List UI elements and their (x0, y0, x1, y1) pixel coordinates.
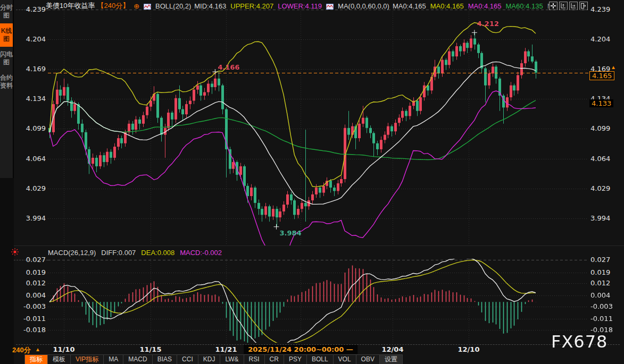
x-axis-date-label: 11/21 (215, 345, 237, 353)
price-axis-label-left: 4.099 (16, 124, 46, 132)
price-annotation: 4.212 (477, 20, 499, 28)
price-axis-label-right: 4.064 (590, 155, 620, 163)
price-axis-label-right: 4.099 (590, 124, 620, 132)
macd-axis-label-left: -0.003 (16, 302, 46, 310)
sidebar: 分时图 K线图 闪电图 合约资料 (0, 0, 14, 364)
toolbar-item-CR[interactable]: CR (265, 355, 284, 364)
macd-axis-label-left: 0.027 (16, 256, 46, 264)
panel-divider (14, 246, 624, 246)
macd-axis-label-right: 0.027 (590, 256, 620, 264)
macd-dea-value: DEA:0.008 (141, 249, 174, 257)
toolbar-item-MACD[interactable]: MACD (123, 355, 152, 364)
macd-axis-label-right: -0.018 (590, 326, 620, 334)
toolbar-item-CCI[interactable]: CCI (177, 355, 198, 364)
macd-header: MACD(26,12,9) DIFF:0.007 DEA:0.008 MACD:… (14, 247, 624, 258)
sidebar-item-kline-chart[interactable]: K线图 (0, 23, 13, 47)
macd-axis-label-right: 0.012 (590, 279, 620, 287)
price-axis-label-right: 4.204 (590, 35, 620, 43)
toolbar-item-MA[interactable]: MA (104, 355, 123, 364)
current-price-tag: 4.165 (589, 71, 614, 80)
price-axis-label-right: 3.994 (590, 214, 620, 222)
macd-axis-label-right: 0.019 (590, 268, 620, 276)
price-axis-label-left: 4.134 (16, 95, 46, 103)
fx678-watermark: FX678 (551, 332, 608, 352)
indicator-toolbar: 指标模板VIP指标MAMACDBIASCCIKDJLW&RSICRPSYBOLL… (24, 354, 403, 364)
x-axis-date-label: 11/10 (53, 345, 75, 353)
price-axis-label-left: 3.994 (16, 214, 46, 222)
x-axis: 240分 ▲ 11/1011/1511/212025/11/24 20:00~0… (0, 345, 624, 354)
macd-axis-label-left: -0.018 (16, 326, 46, 334)
toolbar-item-BIAS[interactable]: BIAS (153, 355, 177, 364)
secondary-price-tag: 4.133 (589, 99, 613, 107)
price-axis-label-left: 4.064 (16, 155, 46, 163)
toolbar-item-PSY[interactable]: PSY (284, 355, 307, 364)
x-axis-date-label: 11/15 (140, 345, 162, 353)
sidebar-tabs: 分时图 K线图 闪电图 合约资料 (0, 0, 14, 178)
toolbar-item-KDJ[interactable]: KDJ (198, 355, 221, 364)
price-axis-label-left: 4.239 (16, 5, 46, 13)
main-chart-canvas[interactable] (48, 5, 588, 246)
toolbar-item-cn[interactable]: 设置 (380, 355, 402, 364)
price-axis-label-right: 4.239 (590, 5, 620, 13)
x-axis-selected-range: 2025/11/24 20:00~00:00 — (244, 345, 357, 354)
macd-axis-label-left: 0.012 (16, 279, 46, 287)
macd-axis-label-right: -0.003 (590, 302, 620, 310)
macd-value: MACD:-0.002 (180, 249, 222, 257)
toolbar-item-RSI[interactable]: RSI (244, 355, 265, 364)
price-axis-label-left: 4.169 (16, 65, 46, 73)
toolbar-item-VOL[interactable]: VOL (334, 355, 356, 364)
macd-diff-value: DIFF:0.007 (101, 249, 136, 257)
toolbar-item-cn[interactable]: 模板 (48, 355, 71, 364)
macd-chart-canvas[interactable] (48, 259, 588, 343)
sidebar-item-flash-chart[interactable]: 闪电图 (0, 47, 13, 70)
price-axis-label-left: 4.029 (16, 184, 46, 192)
toolbar-item-VIP[interactable]: VIP指标 (71, 355, 104, 364)
macd-axis-label-left: -0.011 (16, 315, 46, 323)
macd-axis-label-right: -0.011 (590, 315, 620, 323)
price-annotation: 3.984 (280, 229, 302, 237)
price-axis-label-left: 4.204 (16, 35, 46, 43)
macd-axis-label-left: 0.004 (16, 291, 46, 299)
period-badge-arrow[interactable]: ▲ (35, 346, 40, 352)
charting-app: 分时图 K线图 闪电图 合约资料 美债10年收益率 【240分】 ⊕ BOLL(… (0, 0, 624, 364)
sidebar-item-time-chart[interactable]: 分时图 (0, 0, 13, 23)
macd-axis-label-left: 0.019 (16, 268, 46, 276)
x-axis-date-label: 12/04 (382, 345, 404, 353)
period-badge[interactable]: 240分 (12, 345, 31, 355)
macd-params-label: MACD(26,12,9) (48, 249, 96, 257)
toolbar-item-BOLL[interactable]: BOLL (307, 355, 334, 364)
sidebar-item-contract-info[interactable]: 合约资料 (0, 70, 13, 94)
toolbar-item-OBV[interactable]: OBV (356, 355, 380, 364)
toolbar-item-cn[interactable]: 指标 (25, 355, 48, 364)
x-axis-date-label: 12/10 (458, 345, 480, 353)
macd-axis-label-right: 0.004 (590, 291, 620, 299)
price-axis-label-right: 4.029 (590, 184, 620, 192)
current-price-arrow: ▲ (611, 64, 616, 70)
price-annotation: 4.166 (218, 63, 239, 71)
toolbar-item-LW[interactable]: LW& (220, 355, 244, 364)
